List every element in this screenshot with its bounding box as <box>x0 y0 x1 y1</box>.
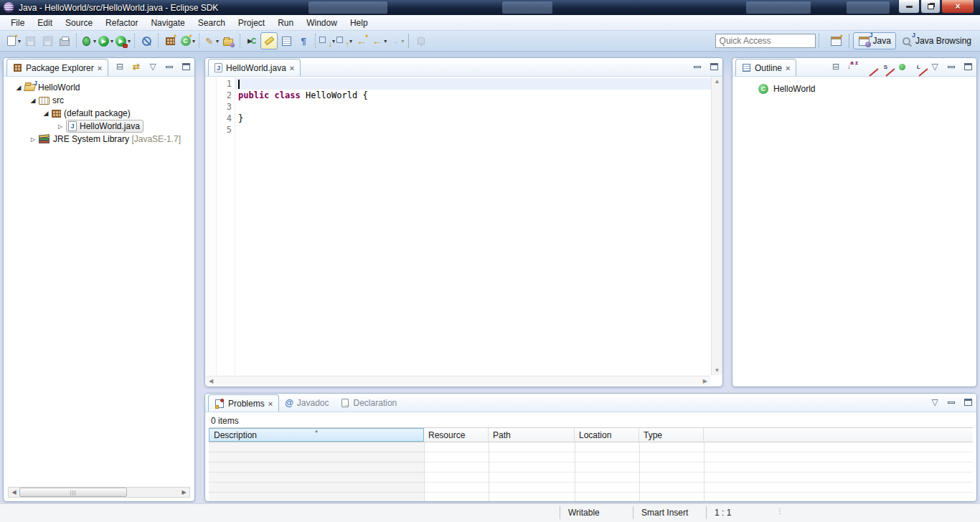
hide-fields-icon[interactable] <box>863 61 875 72</box>
menu-project[interactable]: Project <box>232 16 271 30</box>
tab-declaration[interactable]: ← Declaration <box>335 394 403 412</box>
new-wizard-button[interactable]: ✦ ▾ <box>4 32 22 49</box>
debug-button[interactable]: ▾ <box>80 32 97 49</box>
code-line-5[interactable] <box>235 124 711 136</box>
hide-static-members-icon[interactable]: S <box>880 61 891 72</box>
print-button[interactable] <box>56 32 73 49</box>
scroll-right-icon[interactable]: ▶ <box>703 378 707 384</box>
tab-helloworld-java[interactable]: J HelloWorld.java × <box>208 59 301 76</box>
tab-outline[interactable]: Outline × <box>735 59 796 76</box>
tab-javadoc[interactable]: @ Javadoc <box>279 394 334 412</box>
tree-item-helloworld-java[interactable]: ▷ J HelloWorld.java <box>4 120 194 133</box>
maximize-view-icon[interactable] <box>180 61 192 72</box>
run-external-tools-button[interactable]: ▶▾ <box>114 32 131 49</box>
expanded-arrow-icon[interactable]: ◢ <box>29 97 37 104</box>
forward-button[interactable]: →▾ <box>387 32 405 49</box>
mark-occurrences-toggle[interactable] <box>260 32 278 49</box>
scroll-up-icon[interactable]: ▲ <box>715 78 720 85</box>
show-source-button[interactable] <box>278 32 295 49</box>
tree-item-project[interactable]: ◢ J HelloWorld <box>4 81 194 94</box>
previous-annotation-button[interactable]: ↑▾ <box>336 32 353 49</box>
chevron-down-icon[interactable]: ▾ <box>128 38 131 44</box>
back-button[interactable]: ←▾ <box>370 32 387 49</box>
chevron-down-icon[interactable]: ▾ <box>401 38 404 44</box>
view-menu-icon[interactable]: ▽ <box>147 61 159 72</box>
minimize-view-icon[interactable] <box>164 61 175 72</box>
java-browsing-perspective-button[interactable]: J Java Browsing <box>896 32 976 49</box>
quick-access-input[interactable] <box>715 34 816 48</box>
menu-navigate[interactable]: Navigate <box>144 16 191 30</box>
code-line-2[interactable]: public class HelloWorld { <box>235 90 711 101</box>
expanded-arrow-icon[interactable]: ◢ <box>15 84 22 91</box>
restore-window-button[interactable] <box>920 0 941 14</box>
minimize-view-icon[interactable] <box>946 61 957 72</box>
scroll-left-icon[interactable]: ◀ <box>209 378 213 384</box>
code-editor[interactable]: 1 2 3 4 5 public class HelloWorld { } ▲ … <box>205 77 722 375</box>
maximize-view-icon[interactable] <box>962 397 974 408</box>
close-icon[interactable]: × <box>290 64 294 72</box>
scrollbar-thumb[interactable]: ||| <box>19 488 127 497</box>
last-edit-location-button[interactable]: ←✦ <box>353 32 370 49</box>
close-icon[interactable]: × <box>98 64 102 72</box>
save-button[interactable] <box>22 32 39 49</box>
open-type-button[interactable] <box>220 32 237 49</box>
close-icon[interactable]: × <box>268 399 273 408</box>
minimize-window-button[interactable] <box>898 0 920 14</box>
open-type-hierarchy-button[interactable]: ▶C <box>243 32 260 49</box>
view-menu-icon[interactable]: ▽ <box>929 61 941 72</box>
code-line-3[interactable] <box>235 101 711 113</box>
expanded-arrow-icon[interactable]: ◢ <box>42 110 50 117</box>
run-button[interactable]: ▶▾ <box>97 32 114 49</box>
sort-icon[interactable]: ↓a z <box>847 61 858 72</box>
hide-local-types-icon[interactable]: L <box>913 61 924 72</box>
collapse-all-icon[interactable]: ⊟ <box>830 61 842 72</box>
selected-tree-item[interactable]: J HelloWorld.java <box>66 120 143 133</box>
chevron-down-icon[interactable]: ▾ <box>110 38 113 44</box>
close-window-button[interactable]: × <box>941 0 974 14</box>
chevron-down-icon[interactable]: ▾ <box>332 38 335 44</box>
collapse-all-icon[interactable]: ⊟ <box>114 61 126 72</box>
menu-help[interactable]: Help <box>344 16 374 30</box>
horizontal-scrollbar[interactable]: ◀ ||| ▶ <box>8 487 190 498</box>
menu-file[interactable]: File <box>4 16 31 30</box>
menu-run[interactable]: Run <box>271 16 300 30</box>
collapsed-arrow-icon[interactable]: ▷ <box>29 136 37 143</box>
column-header-description[interactable]: ▴ Description <box>209 428 424 442</box>
code-text[interactable]: public class HelloWorld { } <box>235 77 711 375</box>
show-whitespace-toggle[interactable]: ¶ <box>295 32 312 49</box>
tree-item-default-package[interactable]: ◢ (default package) <box>4 107 194 120</box>
menu-refactor[interactable]: Refactor <box>99 16 144 30</box>
column-header-resource[interactable]: Resource <box>424 428 489 442</box>
scroll-down-icon[interactable]: ▼ <box>715 367 720 374</box>
minimize-view-icon[interactable] <box>692 61 703 72</box>
chevron-down-icon[interactable]: ▾ <box>216 38 219 44</box>
maximize-view-icon[interactable] <box>708 61 720 72</box>
menu-source[interactable]: Source <box>59 16 99 30</box>
column-header-path[interactable]: Path <box>489 428 575 442</box>
scroll-right-icon[interactable]: ▶ <box>179 489 189 495</box>
menu-search[interactable]: Search <box>192 16 232 30</box>
pin-editor-button[interactable] <box>413 32 430 49</box>
tree-item-src[interactable]: ◢ src <box>4 94 194 107</box>
new-java-class-button[interactable]: C✦▾ <box>179 32 196 49</box>
code-line-4[interactable]: } <box>235 113 711 124</box>
new-java-package-button[interactable]: ✦ <box>161 32 179 49</box>
chevron-down-icon[interactable]: ▾ <box>93 38 96 44</box>
tab-package-explorer[interactable]: Package Explorer × <box>6 59 108 76</box>
column-header-type[interactable]: Type <box>639 428 704 442</box>
column-header-location[interactable]: Location <box>575 428 639 442</box>
vertical-scrollbar[interactable]: ▲ ▼ <box>711 77 722 375</box>
save-all-button[interactable] <box>39 32 56 49</box>
outline-item-helloworld[interactable]: C HelloWorld <box>732 77 976 94</box>
menu-window[interactable]: Window <box>300 16 344 30</box>
open-task-button[interactable]: ✎▾ <box>202 32 220 49</box>
problems-table-body[interactable] <box>209 442 973 501</box>
open-perspective-button[interactable]: ✦ <box>828 32 845 49</box>
annotation-ruler[interactable] <box>205 77 217 375</box>
hide-non-public-members-icon[interactable] <box>896 61 908 72</box>
tree-item-jre-library[interactable]: ▷ JRE System Library [JavaSE-1.7] <box>4 133 194 146</box>
close-icon[interactable]: × <box>786 64 790 72</box>
collapsed-arrow-icon[interactable]: ▷ <box>57 123 64 130</box>
menu-edit[interactable]: Edit <box>31 16 59 30</box>
scroll-left-icon[interactable]: ◀ <box>9 489 19 495</box>
